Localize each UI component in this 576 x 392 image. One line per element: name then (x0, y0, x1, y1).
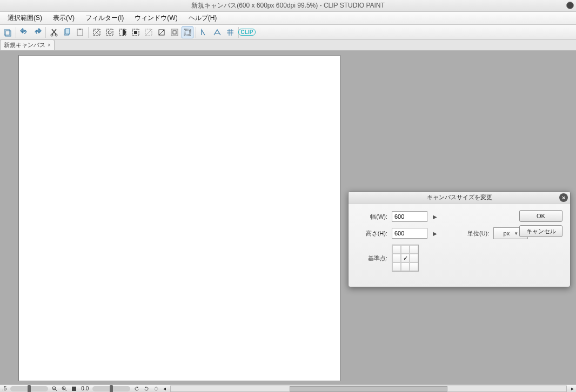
canvas-size-dialog: キャンバスサイズを変更 ✕ OK キャンセル 幅(W): ▶ 高さ(H): ▶ … (348, 191, 571, 287)
snap-grid-icon[interactable] (224, 26, 236, 38)
menu-view[interactable]: 表示(V) (48, 12, 80, 24)
width-spinner-icon[interactable]: ▶ (433, 214, 437, 220)
cancel-button[interactable]: キャンセル (519, 225, 562, 237)
anchor-grid: ✓ (392, 245, 419, 272)
anchor-tl[interactable] (392, 245, 401, 254)
svg-rect-19 (185, 30, 190, 35)
svg-point-23 (155, 387, 158, 390)
ok-button[interactable]: OK (519, 210, 562, 222)
anchor-tr[interactable] (410, 245, 418, 254)
height-label: 高さ(H): (358, 229, 387, 238)
fit-icon[interactable] (182, 26, 193, 38)
tab-label: 新規キャンバス (4, 41, 45, 49)
svg-rect-16 (171, 29, 178, 36)
anchor-br[interactable] (410, 262, 418, 271)
document-tab[interactable]: 新規キャンバス × (0, 39, 55, 50)
zoom-out-icon[interactable] (50, 386, 59, 391)
rotate-ccw-icon[interactable] (132, 386, 142, 391)
zoom-value: .5 (0, 386, 9, 391)
rotate-cw-icon[interactable] (142, 386, 151, 391)
statusbar: .5 0.0 ◂ ▸ (0, 384, 576, 392)
zoom-slider[interactable] (10, 386, 48, 391)
svg-rect-22 (72, 387, 76, 391)
svg-rect-17 (173, 31, 176, 34)
border-icon[interactable] (156, 26, 168, 38)
toolbar: CLIP (0, 25, 576, 40)
horizontal-scrollbar[interactable] (170, 386, 567, 392)
dialog-title-text: キャンバスサイズを変更 (427, 193, 492, 201)
angle-value: 0.0 (79, 386, 91, 391)
anchor-label: 基準点: (358, 254, 387, 262)
crop-icon[interactable] (169, 26, 180, 38)
svg-point-10 (108, 31, 111, 34)
anchor-bc[interactable] (401, 262, 410, 271)
dialog-close-icon[interactable]: ✕ (559, 193, 568, 202)
window-title: 新規キャンバス(600 x 600px 600dpi 99.5%) - CLIP… (191, 1, 385, 10)
copy-icon[interactable] (61, 26, 73, 38)
unit-label: 単位(U): (467, 229, 489, 238)
tab-close-icon[interactable]: × (48, 42, 51, 48)
scroll-right-icon[interactable]: ▸ (569, 386, 576, 391)
svg-rect-7 (79, 29, 81, 30)
reset-rotate-icon[interactable] (151, 386, 161, 391)
deselect-icon[interactable] (104, 26, 116, 38)
anchor-ml[interactable] (392, 254, 401, 262)
toolbar-prev-icon[interactable] (2, 26, 14, 38)
clip-studio-icon[interactable]: CLIP (241, 26, 253, 38)
menu-filter[interactable]: フィルター(I) (80, 12, 129, 24)
select-all-icon[interactable] (91, 26, 103, 38)
scroll-left-icon[interactable]: ◂ (161, 386, 168, 391)
titlebar: 新規キャンバス(600 x 600px 600dpi 99.5%) - CLIP… (0, 0, 576, 12)
chevron-down-icon: ▼ (514, 231, 518, 236)
menu-help[interactable]: ヘルプ(H) (183, 12, 223, 24)
undo-icon[interactable] (18, 26, 30, 38)
height-input[interactable] (392, 228, 427, 239)
snap-ruler-icon[interactable] (198, 26, 210, 38)
canvas[interactable] (18, 55, 340, 381)
app-icon (566, 2, 574, 9)
menubar: 選択範囲(S) 表示(V) フィルター(I) ウィンドウ(W) ヘルプ(H) (0, 12, 576, 25)
cut-icon[interactable] (48, 26, 60, 38)
unit-value: px (504, 230, 510, 236)
anchor-mr[interactable] (410, 254, 418, 262)
fit-screen-icon[interactable] (69, 386, 79, 391)
tabbar: 新規キャンバス × (0, 40, 576, 51)
menu-select[interactable]: 選択範囲(S) (2, 12, 48, 24)
anchor-tc[interactable] (401, 245, 410, 254)
height-spinner-icon[interactable]: ▶ (433, 231, 437, 236)
expand-icon[interactable] (130, 26, 142, 38)
svg-rect-5 (65, 29, 70, 34)
anchor-bl[interactable] (392, 262, 401, 271)
invert-icon[interactable] (117, 26, 129, 38)
svg-rect-9 (106, 29, 113, 36)
shrink-icon[interactable] (143, 26, 155, 38)
zoom-in-icon[interactable] (59, 386, 69, 391)
menu-window[interactable]: ウィンドウ(W) (129, 12, 183, 24)
redo-icon[interactable] (31, 26, 43, 38)
snap-perspective-icon[interactable] (211, 26, 223, 38)
paste-icon[interactable] (74, 26, 86, 38)
svg-rect-13 (134, 31, 137, 34)
anchor-center[interactable]: ✓ (401, 254, 410, 262)
width-label: 幅(W): (358, 213, 387, 221)
width-input[interactable] (392, 211, 427, 222)
dialog-titlebar[interactable]: キャンバスサイズを変更 ✕ (349, 192, 570, 204)
rotate-slider[interactable] (92, 386, 130, 391)
